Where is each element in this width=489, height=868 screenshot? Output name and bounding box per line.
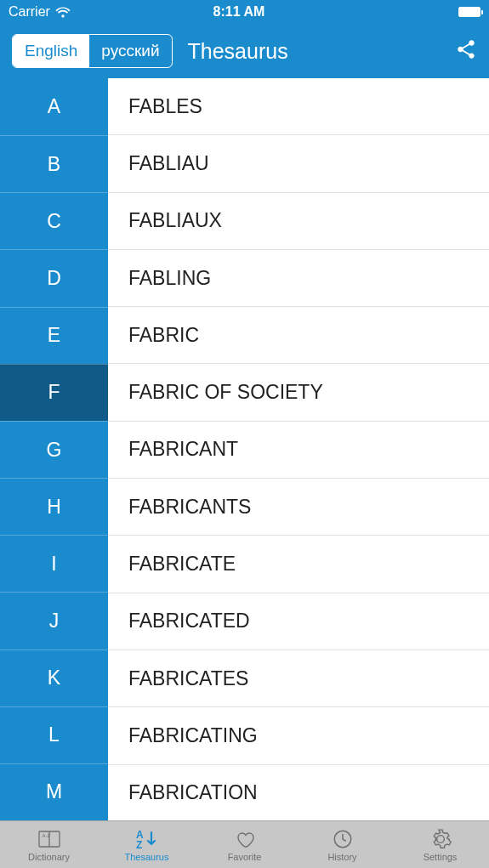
gear-icon	[429, 828, 452, 850]
book-icon: A-Z	[38, 828, 60, 850]
word-item[interactable]: FABLIAUX	[108, 193, 489, 250]
tab-label: History	[327, 852, 356, 862]
language-segment: English русский	[12, 34, 173, 68]
tab-settings[interactable]: Settings	[391, 821, 489, 868]
index-letter-g[interactable]: G	[0, 421, 108, 478]
clock-icon	[332, 828, 354, 850]
status-bar: Carrier 8:11 AM	[0, 0, 489, 24]
word-item[interactable]: FABRICATES	[108, 650, 489, 707]
word-list[interactable]: FABLESFABLIAUFABLIAUXFABLINGFABRICFABRIC…	[108, 78, 489, 820]
index-letter-e[interactable]: E	[0, 307, 108, 364]
index-letter-b[interactable]: B	[0, 135, 108, 192]
battery-icon	[458, 7, 480, 17]
index-letter-k[interactable]: K	[0, 650, 108, 706]
index-letter-i[interactable]: I	[0, 535, 108, 592]
lang-russian-button[interactable]: русский	[89, 35, 171, 67]
word-item[interactable]: FABRICATE	[108, 536, 489, 593]
tab-label: Settings	[424, 852, 458, 862]
svg-text:A-Z: A-Z	[42, 833, 50, 838]
share-icon[interactable]	[455, 38, 477, 64]
alphabet-index[interactable]: ABCDEFGHIJKLM	[0, 78, 108, 820]
tab-label: Thesaurus	[125, 852, 169, 862]
word-item[interactable]: FABLES	[108, 78, 489, 135]
word-item[interactable]: FABRICANTS	[108, 479, 489, 536]
heart-icon	[234, 828, 256, 850]
tab-label: Dictionary	[28, 852, 70, 862]
word-item[interactable]: FABLIAU	[108, 135, 489, 192]
word-item[interactable]: FABLING	[108, 250, 489, 307]
index-letter-a[interactable]: A	[0, 78, 108, 135]
word-item[interactable]: FABRICATING	[108, 707, 489, 764]
index-letter-l[interactable]: L	[0, 706, 108, 763]
index-letter-d[interactable]: D	[0, 249, 108, 306]
svg-text:Z: Z	[136, 839, 142, 849]
status-right	[458, 7, 480, 17]
az-sort-icon: AZ	[134, 828, 160, 850]
tab-history[interactable]: History	[293, 821, 391, 868]
index-letter-h[interactable]: H	[0, 478, 108, 535]
tab-dictionary[interactable]: A-Z Dictionary	[0, 821, 98, 868]
word-item[interactable]: FABRIC	[108, 307, 489, 364]
word-item[interactable]: FABRIC OF SOCIETY	[108, 364, 489, 421]
index-letter-j[interactable]: J	[0, 592, 108, 649]
index-letter-c[interactable]: C	[0, 192, 108, 249]
tab-favorite[interactable]: Favorite	[196, 821, 293, 868]
status-time: 8:11 AM	[20, 4, 458, 20]
index-letter-f[interactable]: F	[0, 364, 108, 421]
word-item[interactable]: FABRICATED	[108, 593, 489, 650]
tab-label: Favorite	[228, 852, 262, 862]
nav-bar: English русский Thesaurus	[0, 24, 489, 78]
page-title: Thesaurus	[188, 39, 288, 64]
tab-thesaurus[interactable]: AZ Thesaurus	[98, 821, 196, 868]
lang-english-button[interactable]: English	[13, 35, 89, 67]
word-item[interactable]: FABRICATION	[108, 765, 489, 820]
word-item[interactable]: FABRICANT	[108, 422, 489, 479]
tab-bar: A-Z Dictionary AZ Thesaurus Favorite His…	[0, 820, 489, 868]
content-area: ABCDEFGHIJKLM FABLESFABLIAUFABLIAUXFABLI…	[0, 78, 489, 820]
index-letter-m[interactable]: M	[0, 763, 108, 820]
